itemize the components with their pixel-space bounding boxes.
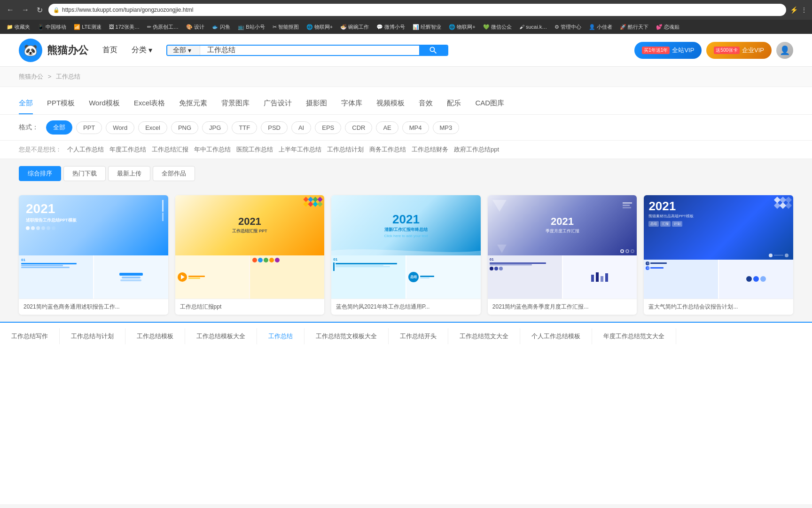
address-bar[interactable]: 🔒 https://www.tukuppt.com/tupian/gongzuo… [48, 4, 786, 16]
bookmark-item[interactable]: 🌐 物联网+ [446, 23, 478, 32]
bookmark-item[interactable]: 📶 LTE测速 [71, 23, 104, 32]
nav-refresh-button[interactable]: ↻ [35, 4, 45, 16]
bottom-tag-examples-all[interactable]: 工作总结范文大全 [448, 328, 520, 344]
tab-font[interactable]: 字体库 [341, 94, 362, 114]
related-tag-govt[interactable]: 政府工作总结ppt [454, 145, 499, 154]
tab-sfx[interactable]: 音效 [419, 94, 433, 114]
format-png[interactable]: PNG [171, 121, 198, 134]
user-avatar[interactable]: 👤 [776, 42, 793, 59]
bookmark-item[interactable]: 📊 经辉智业 [410, 23, 444, 32]
sort-hot[interactable]: 热门下载 [63, 166, 106, 181]
related-tag-annual[interactable]: 年度工作总结 [109, 145, 146, 154]
template-card-3[interactable]: 2021 清新/工作汇报年终总结 Click here to add your … [331, 195, 481, 315]
related-tag-plan[interactable]: 工作总结计划 [327, 145, 364, 154]
tab-cad[interactable]: CAD图库 [475, 94, 504, 114]
sort-all-works[interactable]: 全部作品 [153, 166, 195, 181]
template-card-4[interactable]: 2021 季度月度工作汇报 [488, 195, 637, 315]
bookmark-item[interactable]: 👤 小佳者 [586, 23, 615, 32]
bookmark-item[interactable]: ✂ 智能抠图 [270, 23, 302, 32]
nav-category-dropdown[interactable]: 分类 ▾ [132, 45, 152, 55]
format-ppt[interactable]: PPT [76, 121, 102, 134]
tab-cutout[interactable]: 免抠元素 [179, 94, 207, 114]
bookmark-item[interactable]: 🖼 172张美… [106, 23, 142, 32]
breadcrumb-root[interactable]: 熊猫办公 [19, 73, 43, 80]
tab-photo[interactable]: 摄影图 [306, 94, 327, 114]
search-input[interactable] [200, 46, 419, 55]
nav-home-link[interactable]: 首页 [102, 45, 117, 55]
format-cdr[interactable]: CDR [345, 121, 372, 134]
tab-video[interactable]: 视频模板 [376, 94, 405, 114]
template-card-2[interactable]: 2021 工作总结汇报 PPT [175, 195, 325, 315]
related-tag-summary-report[interactable]: 工作总结汇报 [152, 145, 188, 154]
bookmark-item[interactable]: 📺 B站小号 [235, 23, 267, 32]
tab-all[interactable]: 全部 [19, 94, 33, 114]
bottom-tag-annual-examples[interactable]: 年度工作总结范文大全 [592, 328, 676, 344]
format-mp4[interactable]: MP4 [402, 121, 429, 134]
main-page: 🐼 熊猫办公 首页 分类 ▾ 全部 ▾ 买1年送1年 全站VIP [0, 34, 812, 504]
related-tag-hospital[interactable]: 医院工作总结 [236, 145, 273, 154]
bookmark-item[interactable]: 💚 微信公众 [480, 23, 515, 32]
tab-ad[interactable]: 广告设计 [264, 94, 292, 114]
related-tag-business[interactable]: 商务工作总结 [369, 145, 406, 154]
related-tag-finance[interactable]: 工作总结财务 [412, 145, 448, 154]
bookmark-item[interactable]: 🐟 闪鱼 [209, 23, 233, 32]
nav-forward-button[interactable]: → [20, 4, 31, 16]
bottom-tag-opening[interactable]: 工作总结开头 [389, 328, 448, 344]
format-jpg[interactable]: JPG [202, 121, 228, 134]
bottom-tag-summary[interactable]: 工作总结 [257, 328, 304, 344]
bookmark-item[interactable]: 📁 收藏夹 [4, 23, 33, 32]
format-psd[interactable]: PSD [261, 121, 288, 134]
format-all[interactable]: 全部 [46, 120, 72, 135]
sort-comprehensive[interactable]: 综合排序 [19, 166, 61, 181]
bottom-tag-template[interactable]: 工作总结模板 [125, 328, 185, 344]
vip-enterprise-button[interactable]: 送500张卡 企业VIP [706, 42, 772, 59]
bookmark-item[interactable]: 🌐 物联网+ [304, 23, 336, 32]
bottom-tag-examples[interactable]: 工作总结范文模板大全 [304, 328, 389, 344]
bottom-tags-bar: 工作总结写作 工作总结与计划 工作总结模板 工作总结模板大全 工作总结 工作总结… [0, 322, 812, 350]
bottom-tag-plan[interactable]: 工作总结与计划 [60, 328, 125, 344]
related-tag-midyear[interactable]: 年中工作总结 [194, 145, 231, 154]
related-tag-half-year[interactable]: 上半年工作总结 [279, 145, 321, 154]
bookmark-item[interactable]: 🖌 sucai.k… [516, 23, 550, 31]
bookmark-item[interactable]: 💬 微博小号 [374, 23, 408, 32]
template-card-5[interactable]: 2021 熊猫素材出品高端PPT模板 总结 汇报 计划 [644, 195, 793, 315]
vip-full-button[interactable]: 买1年送1年 全站VIP [634, 42, 702, 59]
template-card-1[interactable]: 2021 述职报告工作总结PPT模板 [19, 195, 168, 315]
breadcrumb: 熊猫办公 > 工作总结 [0, 67, 812, 87]
format-ai[interactable]: AI [291, 121, 311, 134]
search-button[interactable] [419, 46, 447, 55]
ssl-lock-icon: 🔒 [53, 7, 60, 13]
related-search-bar: 您是不是想找： 个人工作总结 年度工作总结 工作总结汇报 年中工作总结 医院工作… [0, 141, 812, 159]
format-filter-label: 格式： [19, 123, 39, 132]
bookmark-item[interactable]: 🎨 设计 [183, 23, 207, 32]
bottom-tag-writing[interactable]: 工作总结写作 [0, 328, 60, 344]
format-ae[interactable]: AE [376, 121, 398, 134]
bottom-tag-template-collection[interactable]: 工作总结模板大全 [185, 328, 257, 344]
search-category-select[interactable]: 全部 ▾ [167, 46, 200, 55]
bookmark-item[interactable]: 📱 中国移动 [35, 23, 69, 32]
format-excel[interactable]: Excel [138, 121, 167, 134]
format-eps[interactable]: EPS [315, 121, 341, 134]
tab-excel[interactable]: Excel表格 [134, 94, 165, 114]
tab-music[interactable]: 配乐 [447, 94, 461, 114]
tab-background[interactable]: 背景图库 [221, 94, 250, 114]
bottom-tag-personal-template[interactable]: 个人工作总结模板 [520, 328, 592, 344]
format-mp3[interactable]: MP3 [433, 121, 460, 134]
bookmarks-bar: 📁 收藏夹 📱 中国移动 📶 LTE测速 🖼 172张美… ✏ 伪原创工… 🎨 … [0, 20, 812, 34]
bookmark-item[interactable]: 🚀 酷行天下 [617, 23, 651, 32]
sort-newest[interactable]: 最新上传 [108, 166, 150, 181]
card-2-thumbnail: 2021 工作总结汇报 PPT [175, 195, 325, 299]
vip-full-label: 全站VIP [672, 46, 694, 55]
tab-word[interactable]: Word模板 [89, 94, 120, 114]
format-ttf[interactable]: TTF [232, 121, 257, 134]
bookmark-item[interactable]: ⚙ 管理中心 [552, 23, 584, 32]
menu-icon[interactable]: ⋮ [801, 6, 807, 14]
related-tag-personal[interactable]: 个人工作总结 [67, 145, 104, 154]
tab-ppt[interactable]: PPT模板 [47, 94, 75, 114]
extensions-icon[interactable]: ⚡ [790, 6, 798, 14]
format-word[interactable]: Word [106, 121, 134, 134]
bookmark-item[interactable]: 💕 恋魂贴 [653, 23, 682, 32]
bookmark-item[interactable]: ✏ 伪原创工… [144, 23, 181, 32]
bookmark-item[interactable]: 🍜 碗碗工作 [337, 23, 372, 32]
nav-back-button[interactable]: ← [5, 4, 16, 16]
